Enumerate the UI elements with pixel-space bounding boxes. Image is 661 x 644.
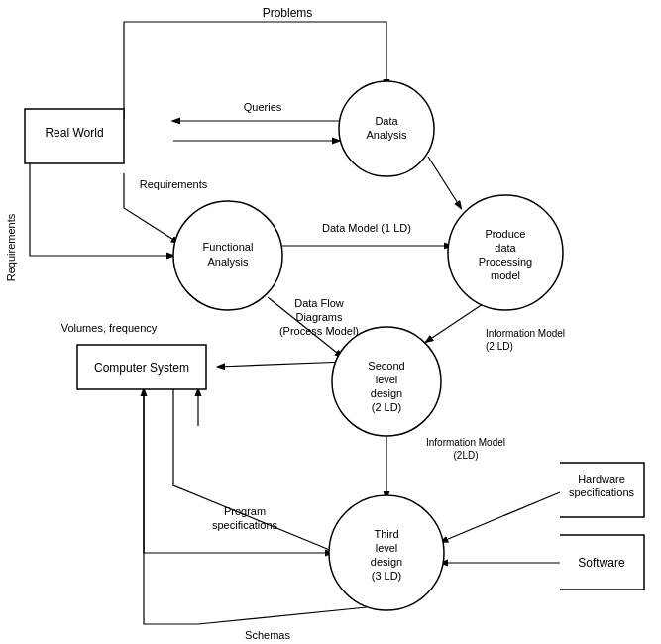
- queries-label: Queries: [244, 101, 282, 113]
- data-model-label: Data Model (1 LD): [322, 222, 411, 234]
- info-model-1-label2: (2 LD): [486, 341, 513, 352]
- produce-data-label: Produce: [486, 228, 526, 240]
- requirements-middle-label: Requirements: [140, 178, 208, 190]
- data-flow-label3: (Process Model): [279, 325, 359, 337]
- functional-analysis-label: Functional: [203, 241, 254, 253]
- data-analysis-label: Data: [375, 115, 398, 127]
- schemas-label: Schemas: [245, 629, 290, 641]
- svg-text:data: data: [495, 242, 516, 254]
- svg-text:model: model: [491, 269, 520, 281]
- svg-text:specifications: specifications: [569, 486, 635, 498]
- svg-text:Analysis: Analysis: [367, 129, 407, 141]
- program-spec-label2: specifications: [212, 519, 278, 531]
- svg-text:design: design: [371, 387, 402, 399]
- svg-text:design: design: [371, 556, 402, 568]
- svg-text:(3 LD): (3 LD): [372, 570, 402, 582]
- requirements-left-label: Requirements: [5, 213, 17, 281]
- svg-text:level: level: [376, 374, 398, 385]
- svg-text:(2 LD): (2 LD): [372, 401, 402, 413]
- info-model-1-label: Information Model: [486, 328, 565, 339]
- hardware-label: Hardware: [578, 473, 625, 484]
- svg-text:Processing: Processing: [479, 256, 532, 268]
- svg-text:Analysis: Analysis: [208, 256, 249, 268]
- info-model-2-label2: (2LD): [453, 450, 478, 461]
- volumes-label: Volumes, frequency: [61, 322, 158, 334]
- program-spec-label: Program: [224, 505, 266, 517]
- info-model-2-label: Information Model: [426, 437, 505, 448]
- third-level-label: Third: [374, 528, 398, 540]
- software-label: Software: [578, 556, 625, 570]
- svg-text:level: level: [376, 542, 398, 554]
- problems-label: Problems: [263, 6, 313, 20]
- data-flow-label2: Diagrams: [295, 311, 343, 323]
- data-flow-label1: Data Flow: [294, 297, 344, 309]
- second-level-label: Second: [368, 360, 404, 372]
- real-world-label: Real World: [45, 126, 103, 140]
- computer-system-label: Computer System: [94, 361, 189, 375]
